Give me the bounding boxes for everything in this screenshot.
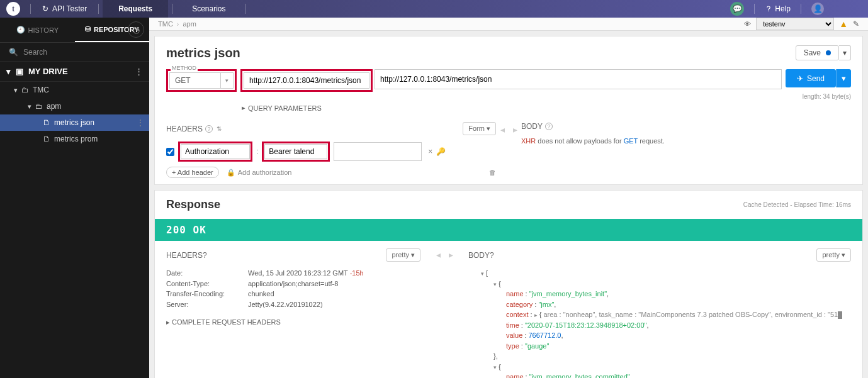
header-value-input-full[interactable] [334,142,422,161]
url-input[interactable] [244,72,369,89]
sidebar-search[interactable]: 🔍 Search [0,43,149,62]
resp-hdr-val: Jetty(9.4.22.v20191022) [248,299,323,310]
add-header-button[interactable]: + Add header [166,167,219,178]
request-icon: 🗋 [43,135,50,143]
environment-select[interactable]: testenv [756,18,834,30]
response-elapsed: Cache Detected - Elapsed Time: 16ms [743,201,851,208]
collapse-left-icon[interactable]: ◂ [496,122,509,178]
sort-icon[interactable]: ⇅ [217,125,222,132]
url-input-full[interactable] [375,69,782,89]
send-button[interactable]: ✈ Send [786,69,836,87]
header-value-input[interactable] [264,144,327,159]
lock-icon: 🔒 [227,169,235,177]
help-icon[interactable]: ? [545,123,553,130]
caret-down-icon: ▾ [6,67,11,76]
send-dropdown[interactable]: ▾ [836,69,851,87]
sidebar: 🕘 HISTORY ⛁ REPOSITORY ◔ 🔍 Search ▾ ▣ MY… [0,18,149,378]
headers-format-dropdown[interactable]: Form ▾ [463,122,496,135]
resp-hdr-key: Server: [166,299,248,310]
caret-down-icon: ▾ [28,103,31,111]
body-note: XHR does not allow payloads for GET requ… [521,137,851,145]
help-icon: ？ [765,4,772,14]
tree-item-metrics-prom[interactable]: 🗋 metrics prom [0,131,149,147]
resp-hdr-val: chunked [248,289,274,299]
caret-right-icon: ▸ [242,104,245,112]
disk-icon: ⛁ [85,25,91,33]
headers-label: HEADERS [166,125,203,133]
response-json-body[interactable]: ▾ [ ▾ { name : "jvm_memory_bytes_init", … [468,268,851,378]
clock-icon: 🕘 [16,26,25,34]
header-name-input[interactable] [181,144,250,159]
collapse-right-icon[interactable]: ▸ [509,122,521,178]
response-panel: Response Cache Detected - Elapsed Time: … [154,190,863,378]
topbar: t ↻ API Tester Requests Scenarios 💬 ？ He… [0,0,868,18]
save-button[interactable]: Save [796,45,839,60]
resp-hdr-val: application/json;charset=utf-8 [248,279,338,289]
method-dropdown[interactable]: ▾ [220,73,233,88]
headers-pretty-dropdown[interactable]: pretty ▾ [386,248,420,262]
body-label: BODY [521,122,543,131]
trash-icon[interactable]: 🗑 [489,169,496,176]
edit-icon[interactable]: ✎ [853,19,859,28]
app-logo[interactable]: t [6,2,20,16]
tree-project[interactable]: ▾ 🗀 TMC [0,82,149,98]
kebab-icon[interactable]: ⋮ [137,118,144,127]
tab-scenarios[interactable]: Scenarios [176,0,241,18]
save-dropdown[interactable]: ▾ [839,45,851,60]
request-panel: metrics json Save ▾ METHOD GET ▾ [154,36,863,185]
chat-icon[interactable]: 💬 [730,2,744,16]
method-label: METHOD [171,65,198,71]
folder-icon: 🗀 [21,86,29,94]
body-pretty-dropdown[interactable]: pretty ▾ [816,248,851,262]
search-icon: 🔍 [9,48,18,57]
url-highlight [240,69,373,92]
help-icon[interactable]: ? [203,251,207,260]
response-title: Response [166,198,220,211]
send-icon: ✈ [797,74,803,83]
query-parameters-toggle[interactable]: ▸ QUERY PARAMETERS [242,104,851,112]
response-headers-label: HEADERS [166,251,203,260]
sidebar-tab-history[interactable]: 🕘 HISTORY [0,18,75,42]
response-status: 200 OK [155,219,862,241]
help-icon[interactable]: ? [490,251,494,260]
resp-hdr-key: Transfer-Encoding: [166,289,248,299]
drive-icon: ▣ [16,67,23,76]
eye-icon[interactable]: 👁 [744,20,751,28]
tree-item-metrics-json[interactable]: 🗋 metrics json ⋮ [0,114,149,131]
collapse-left-icon[interactable]: ◂ [432,241,444,378]
add-authorization-button[interactable]: 🔒 Add authorization [227,169,292,177]
method-highlight: METHOD GET ▾ [166,69,237,92]
request-title: metrics json [166,46,240,60]
refresh-icon: ↻ [42,4,48,13]
remove-header-icon[interactable]: × [428,147,432,156]
help-icon[interactable]: ? [205,125,213,133]
tree-folder[interactable]: ▾ 🗀 apm [0,98,149,114]
tab-requests[interactable]: Requests [103,0,168,18]
url-length: length: 34 byte(s) [166,93,851,100]
help-link[interactable]: ？ Help [765,4,791,14]
collapse-right-icon[interactable]: ▸ [444,241,457,378]
breadcrumb: TMC › apm 👁 testenv ▲ ✎ [149,18,868,31]
resp-hdr-key: Date: [166,268,248,279]
response-body-label: BODY [468,251,490,260]
pending-icon[interactable]: ◔ [128,21,144,38]
resp-hdr-val: Wed, 15 Jul 2020 16:23:12 GMT -15h [248,268,364,279]
user-avatar[interactable]: 👤 [811,3,824,15]
method-value[interactable]: GET [170,76,220,85]
unsaved-dot-icon [826,50,831,55]
breadcrumb-apm[interactable]: apm [183,20,196,28]
resp-hdr-key: Content-Type: [166,279,248,289]
api-tester-label: ↻ API Tester [35,4,94,13]
header-enable-checkbox[interactable] [166,148,174,156]
caret-down-icon: ▾ [14,86,18,94]
request-icon: 🗋 [43,118,50,127]
kebab-icon[interactable]: ⋮ [135,67,143,76]
complete-request-headers-toggle[interactable]: ▸ COMPLETE REQUEST HEADERS [166,318,420,326]
my-drive-header[interactable]: ▾ ▣ MY DRIVE ⋮ [0,62,149,82]
folder-icon: 🗀 [35,102,43,111]
warning-icon[interactable]: ▲ [839,19,848,29]
header-search-icon[interactable]: 🔑 [436,147,446,156]
breadcrumb-tmc[interactable]: TMC [158,20,173,28]
